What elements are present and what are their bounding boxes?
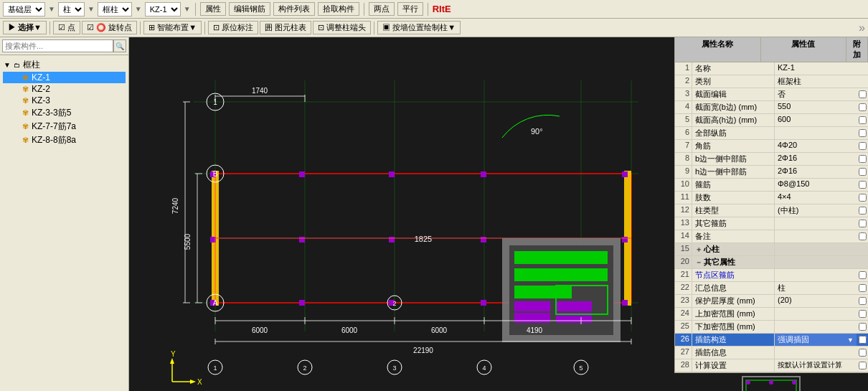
canvas-area[interactable]: 1740 7240 5500 1825 6000 6000 6000 [129,37,674,391]
prop-value-8[interactable]: 2Φ16 [775,153,857,165]
prop-value-23[interactable]: (20) [775,295,857,307]
prop-value-7[interactable]: 4Φ20 [775,140,857,152]
prop-name-21[interactable]: 节点区箍筋 [692,269,775,281]
sep [49,22,50,34]
draw-by-wall-btn[interactable]: ▣ 按墙位置绘制柱▼ [377,21,461,34]
top-toolbar: 基础层 ▼ 柱 ▼ 框柱 ▼ KZ-1 ▼ 属性 编辑钢筋 构件列表 拾取构件 … [0,0,868,19]
prop-check-9[interactable] [857,166,868,178]
prop-check-24[interactable] [857,308,868,320]
prop-value-21[interactable] [775,269,857,281]
prop-row-24: 24 上加密范围 (mm) [675,308,868,321]
prop-value-28[interactable]: 按默认计算设置计算 [775,359,857,372]
prop-check-3[interactable] [857,88,868,100]
tree-root[interactable]: ▼ 🗀 框柱 [3,58,126,72]
original-mark-btn[interactable]: ⊡ 原位标注 [208,21,258,34]
expand-toolbar-btn[interactable]: » [859,22,865,34]
prop-value-13[interactable] [775,217,857,230]
select-btn[interactable]: ▶ 选择▼ [3,21,47,34]
prop-check-6[interactable] [857,127,868,139]
prop-value-5[interactable]: 600 [775,114,857,126]
parallel-btn[interactable]: 平行 [397,2,423,16]
prop-num: 7 [675,140,692,152]
prop-section-label-15[interactable]: ＋ 心柱 [692,243,775,255]
prop-value-1[interactable]: KZ-1 [775,62,857,75]
prop-value-26[interactable]: 强调插固 ▼ [775,334,857,346]
header-value: 属性值 [761,37,847,62]
tree-item-kz33[interactable]: ✾ KZ-3-3筋5 [3,106,126,120]
property-table: 1 名称 KZ-1 2 类别 框架柱 3 截面编辑 否 [675,62,868,372]
sep3 [204,22,205,34]
search-bar: 🔍 [0,37,128,55]
prop-check-14[interactable] [857,230,868,242]
prop-check-21[interactable] [857,269,868,281]
prop-check-28[interactable] [857,359,868,372]
point-btn[interactable]: ☑ 点 [53,21,80,34]
prop-check-7[interactable] [857,140,868,152]
svg-rect-37 [514,313,550,323]
prop-name-14: 备注 [692,230,775,242]
property-btn[interactable]: 属性 [200,2,226,16]
prop-row-13: 13 其它箍筋 [675,217,868,230]
tree-item-kz88[interactable]: ✾ KZ-8-8筋8a [3,133,126,147]
prop-section-label-20[interactable]: － 其它属性 [692,256,775,268]
tree-item-kz2[interactable]: ✾ KZ-2 [3,83,126,95]
rotate-point-btn[interactable]: ☑ ⭕ 旋转点 [82,21,137,34]
type-select[interactable]: 柱 [58,2,85,17]
search-button[interactable]: 🔍 [113,39,126,52]
tree-root-label: 框柱 [23,59,40,71]
prop-check-27[interactable] [857,347,868,359]
svg-rect-27 [622,300,628,306]
element-select[interactable]: KZ-1 [145,2,181,17]
search-input[interactable] [2,39,113,52]
svg-text:1825: 1825 [415,235,432,243]
prop-value-10[interactable]: Φ8@150 [775,179,857,191]
preview-svg: 550 600 [674,373,868,391]
right-panel-wrap: 属性名称 属性值 附加 1 名称 KZ-1 2 类别 框架柱 [674,37,868,391]
prop-value-24[interactable] [775,308,857,320]
prop-check-22[interactable] [857,282,868,294]
prop-num: 1 [675,62,692,75]
prop-row-2: 2 类别 框架柱 [675,75,868,88]
prop-value-27[interactable] [775,347,857,359]
tree-item-kz1[interactable]: ✾ KZ-1 [3,72,126,83]
element-table-btn[interactable]: 囲 图元柱表 [260,21,311,34]
prop-value-25[interactable] [775,321,857,333]
svg-text:7240: 7240 [171,197,179,214]
prop-value-3[interactable]: 否 [775,88,857,100]
prop-check-13[interactable] [857,217,868,230]
prop-check-5[interactable] [857,114,868,126]
tree-item-kz77[interactable]: ✾ KZ-7-7筋7a [3,120,126,133]
prop-check-23[interactable] [857,295,868,307]
tree-item-label: KZ-3 [32,95,50,105]
two-point-btn[interactable]: 两点 [369,2,395,16]
prop-check-8[interactable] [857,153,868,165]
header-name: 属性名称 [675,37,761,62]
prop-check-12[interactable] [857,204,868,217]
prop-check-26[interactable] [857,334,868,346]
adjust-end-btn[interactable]: ⊡ 调整柱端头 [313,21,371,34]
smart-place-btn[interactable]: ⊞ 智能布置▼ [143,21,202,34]
prop-value-11[interactable]: 4×4 [775,192,857,204]
pick-component-btn[interactable]: 拾取构件 [318,2,359,16]
prop-num: 21 [675,269,692,281]
prop-check-4[interactable] [857,101,868,113]
svg-rect-34 [514,286,572,298]
prop-value-9[interactable]: 2Φ16 [775,166,857,178]
prop-check-25[interactable] [857,321,868,333]
layer-select[interactable]: 基础层 [3,2,45,17]
edit-rebar-btn[interactable]: 编辑钢筋 [229,2,270,16]
prop-value-22[interactable]: 柱 [775,282,857,294]
prop-name-26[interactable]: 插筋构造 [692,334,775,346]
prop-value-6[interactable] [775,127,857,139]
prop-check-10[interactable] [857,179,868,191]
component-list-btn[interactable]: 构件列表 [273,2,315,16]
prop-row-9: 9 h边一侧中部筋 2Φ16 [675,166,868,179]
prop-check-11[interactable] [857,192,868,204]
prop-value-4[interactable]: 550 [775,101,857,113]
prop-value-2[interactable]: 框架柱 [775,75,857,88]
prop-value-12[interactable]: (中柱) [775,204,857,217]
prop-value-14[interactable] [775,230,857,242]
subtype-select[interactable]: 框柱 [98,2,132,17]
prop-num: 10 [675,179,692,191]
tree-item-kz3[interactable]: ✾ KZ-3 [3,95,126,106]
